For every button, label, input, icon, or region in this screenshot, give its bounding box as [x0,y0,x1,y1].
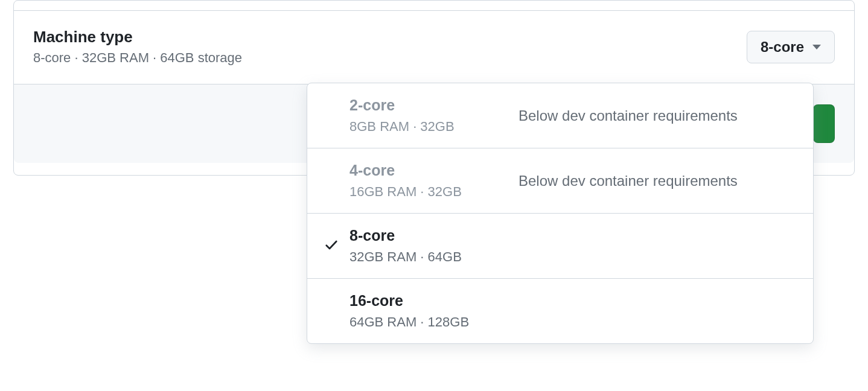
machine-type-dropdown-menu: 2-core 8GB RAM · 32GB Below dev containe… [307,83,814,344]
option-spec: 8GB RAM · 32GB [349,119,512,135]
machine-option-2-core[interactable]: 2-core 8GB RAM · 32GB Below dev containe… [307,83,813,148]
option-spec: 16GB RAM · 32GB [349,184,512,200]
machine-type-title: Machine type [33,28,747,46]
option-name: 16-core [349,292,512,310]
option-note: Below dev container requirements [512,107,799,124]
machine-type-row: Machine type 8-core · 32GB RAM · 64GB st… [14,11,854,84]
create-button[interactable] [813,104,835,143]
machine-type-subtitle: 8-core · 32GB RAM · 64GB storage [33,50,747,66]
dropdown-selected-label: 8-core [761,39,804,56]
option-spec: 64GB RAM · 128GB [349,314,512,330]
option-name: 8-core [349,227,512,244]
option-name: 2-core [349,97,512,114]
option-spec: 32GB RAM · 64GB [349,249,512,265]
card-row-previous [14,1,854,11]
caret-down-icon [812,45,821,49]
machine-type-dropdown-button[interactable]: 8-core [747,31,835,63]
machine-option-8-core[interactable]: 8-core 32GB RAM · 64GB [307,213,813,278]
machine-option-4-core[interactable]: 4-core 16GB RAM · 32GB Below dev contain… [307,148,813,213]
option-note: Below dev container requirements [512,173,799,189]
machine-option-16-core[interactable]: 16-core 64GB RAM · 128GB [307,278,813,343]
option-name: 4-core [349,162,512,179]
check-icon [324,238,339,255]
